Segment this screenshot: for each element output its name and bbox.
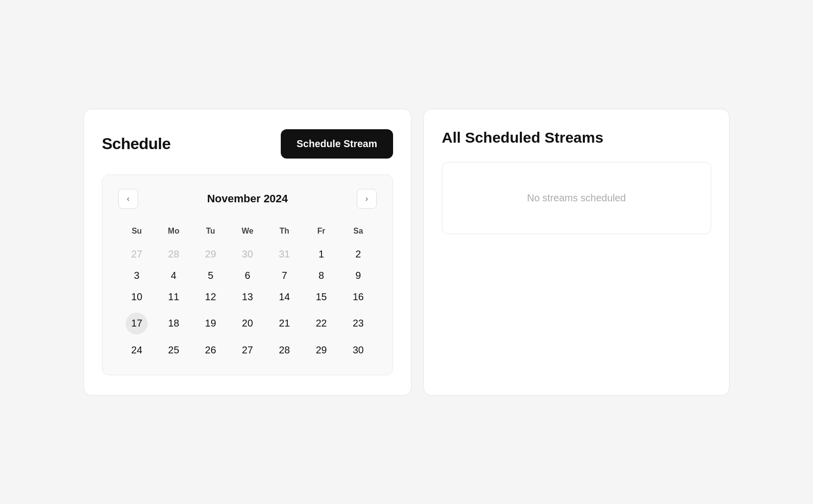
calendar-day[interactable]: 22	[303, 308, 339, 339]
calendar-week-1: 272829303112	[118, 244, 377, 265]
calendar-day[interactable]: 11	[155, 286, 192, 308]
schedule-card: Schedule Schedule Stream ‹ November 2024…	[83, 109, 411, 396]
calendar-day[interactable]: 1	[303, 244, 339, 265]
calendar-day[interactable]: 28	[155, 244, 192, 265]
calendar-week-5: 24252627282930	[118, 339, 377, 361]
calendar-day[interactable]: 10	[118, 286, 155, 308]
calendar-day[interactable]: 3	[118, 265, 155, 286]
calendar-day[interactable]: 28	[266, 339, 303, 361]
calendar-month-year: November 2024	[207, 192, 288, 205]
day-header-tu: Tu	[192, 223, 229, 244]
calendar-next-button[interactable]: ›	[357, 189, 377, 209]
calendar-grid: Su Mo Tu We Th Fr Sa 2728293031123456789…	[118, 223, 377, 361]
calendar-day[interactable]: 30	[229, 244, 266, 265]
calendar-day[interactable]: 29	[192, 244, 229, 265]
calendar-day[interactable]: 27	[229, 339, 266, 361]
calendar-day[interactable]: 8	[303, 265, 339, 286]
day-header-su: Su	[118, 223, 155, 244]
calendar-header: ‹ November 2024 ›	[118, 189, 377, 209]
day-header-th: Th	[266, 223, 303, 244]
calendar-day[interactable]: 25	[155, 339, 192, 361]
calendar-day[interactable]: 24	[118, 339, 155, 361]
calendar-prev-button[interactable]: ‹	[118, 189, 138, 209]
calendar-day[interactable]: 14	[266, 286, 303, 308]
calendar-day[interactable]: 4	[155, 265, 192, 286]
schedule-stream-button[interactable]: Schedule Stream	[281, 129, 393, 159]
page-container: Schedule Schedule Stream ‹ November 2024…	[83, 109, 730, 396]
all-streams-card: All Scheduled Streams No streams schedul…	[423, 109, 730, 396]
page-title: Schedule	[102, 135, 170, 153]
calendar-day[interactable]: 20	[229, 308, 266, 339]
calendar-day[interactable]: 9	[340, 265, 377, 286]
calendar-day[interactable]: 7	[266, 265, 303, 286]
calendar-day[interactable]: 26	[192, 339, 229, 361]
calendar-day[interactable]: 19	[192, 308, 229, 339]
calendar-day[interactable]: 29	[303, 339, 339, 361]
calendar-day[interactable]: 17	[118, 308, 155, 339]
no-streams-text: No streams scheduled	[527, 192, 626, 203]
calendar-day[interactable]: 15	[303, 286, 339, 308]
calendar-day[interactable]: 5	[192, 265, 229, 286]
calendar-day[interactable]: 23	[340, 308, 377, 339]
calendar: ‹ November 2024 › Su Mo Tu We Th Fr Sa	[102, 174, 393, 375]
day-header-sa: Sa	[340, 223, 377, 244]
calendar-day[interactable]: 31	[266, 244, 303, 265]
day-header-we: We	[229, 223, 266, 244]
calendar-day[interactable]: 2	[340, 244, 377, 265]
calendar-week-2: 3456789	[118, 265, 377, 286]
all-streams-title: All Scheduled Streams	[442, 129, 711, 146]
calendar-day[interactable]: 27	[118, 244, 155, 265]
calendar-week-4: 17181920212223	[118, 308, 377, 339]
calendar-day[interactable]: 13	[229, 286, 266, 308]
calendar-week-3: 10111213141516	[118, 286, 377, 308]
calendar-day[interactable]: 30	[340, 339, 377, 361]
no-streams-box: No streams scheduled	[442, 162, 711, 234]
calendar-day[interactable]: 18	[155, 308, 192, 339]
calendar-day[interactable]: 6	[229, 265, 266, 286]
calendar-day[interactable]: 16	[340, 286, 377, 308]
schedule-card-header: Schedule Schedule Stream	[102, 129, 393, 159]
calendar-day-headers: Su Mo Tu We Th Fr Sa	[118, 223, 377, 244]
day-header-mo: Mo	[155, 223, 192, 244]
day-header-fr: Fr	[303, 223, 339, 244]
calendar-day[interactable]: 12	[192, 286, 229, 308]
calendar-day[interactable]: 21	[266, 308, 303, 339]
